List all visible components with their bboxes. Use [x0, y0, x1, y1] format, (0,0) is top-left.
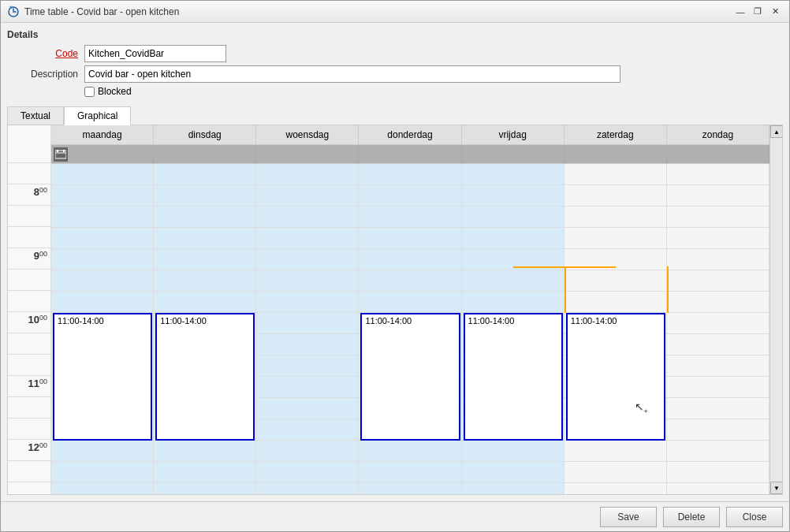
grid-cell-r10-c6[interactable] — [667, 377, 770, 397]
grid-cell-r0-c0[interactable] — [51, 164, 154, 184]
grid-cell-r15-c6[interactable] — [667, 483, 770, 494]
grid-cell-r0-c1[interactable] — [154, 164, 256, 184]
grid-cell-r1-c1[interactable] — [154, 185, 256, 206]
scrollbar-track[interactable] — [770, 138, 782, 482]
save-button[interactable]: Save — [600, 507, 657, 527]
grid-cell-r9-c2[interactable] — [256, 355, 359, 376]
close-button[interactable]: Close — [726, 507, 783, 527]
grid-cell-r1-c6[interactable] — [667, 185, 770, 206]
grid-cell-r13-c3[interactable] — [359, 441, 461, 461]
grid-cell-r14-c0[interactable] — [51, 462, 154, 482]
grid-cell-r13-c4[interactable] — [462, 441, 565, 461]
grid-cell-r15-c4[interactable] — [462, 483, 565, 494]
grid-cell-r0-c4[interactable] — [462, 164, 565, 184]
grid-cell-r4-c3[interactable] — [359, 249, 461, 270]
grid-cell-r5-c5[interactable] — [565, 270, 667, 291]
tab-graphical[interactable]: Graphical — [64, 106, 131, 125]
grid-cell-r14-c1[interactable] — [154, 462, 256, 482]
grid-cell-r3-c0[interactable] — [51, 228, 154, 248]
grid-cell-r3-c2[interactable] — [256, 228, 359, 248]
grid-cell-r13-c6[interactable] — [667, 441, 770, 461]
event-zaterdag[interactable]: 11:00-14:00 ↖+ — [566, 313, 665, 441]
scroll-down-button[interactable]: ▼ — [770, 482, 782, 494]
grid-cell-r0-c2[interactable] — [256, 164, 359, 184]
grid-cell-r14-c4[interactable] — [462, 462, 565, 482]
grid-cell-r1-c2[interactable] — [256, 185, 359, 206]
grid-cell-r1-c3[interactable] — [359, 185, 461, 206]
grid-cell-r12-c6[interactable] — [667, 419, 770, 440]
grid-cell-r1-c0[interactable] — [51, 185, 154, 206]
grid-cell-r5-c4[interactable] — [462, 270, 565, 291]
grid-cell-r4-c0[interactable] — [51, 249, 154, 270]
event-donderdag[interactable]: 11:00-14:00 — [360, 313, 460, 441]
event-dinsdag[interactable]: 11:00-14:00 — [155, 313, 255, 441]
event-vrijdag[interactable]: 11:00-14:00 — [464, 313, 563, 441]
grid-cell-r1-c5[interactable] — [565, 185, 667, 206]
grid-cell-r7-c2[interactable] — [256, 313, 359, 333]
grid-cell-r15-c3[interactable] — [359, 483, 461, 494]
restore-button[interactable]: ❐ — [750, 5, 766, 19]
grid-cell-r4-c6[interactable] — [667, 249, 770, 270]
grid-cell-r13-c0[interactable] — [51, 441, 154, 461]
code-input[interactable] — [84, 45, 226, 62]
grid-cell-r13-c5[interactable] — [565, 441, 667, 461]
grid-cell-r2-c3[interactable] — [359, 206, 461, 227]
grid-cell-r4-c1[interactable] — [154, 249, 256, 270]
grid-cell-r2-c0[interactable] — [51, 206, 154, 227]
grid-cell-r14-c2[interactable] — [256, 462, 359, 482]
grid-cell-r15-c5[interactable] — [565, 483, 667, 494]
grid-cell-r14-c6[interactable] — [667, 462, 770, 482]
grid-cell-r14-c3[interactable] — [359, 462, 461, 482]
grid-cell-r15-c2[interactable] — [256, 483, 359, 494]
grid-cell-r3-c5[interactable] — [565, 228, 667, 248]
grid-cell-r5-c6[interactable] — [667, 270, 770, 291]
grid-cell-r6-c4[interactable] — [462, 292, 565, 312]
grid-cell-r8-c2[interactable] — [256, 334, 359, 355]
grid-cell-r0-c5[interactable] — [565, 164, 667, 184]
close-window-button[interactable]: ✕ — [767, 5, 783, 19]
grid-cell-r10-c2[interactable] — [256, 377, 359, 397]
grid-cell-r3-c1[interactable] — [154, 228, 256, 248]
grid-cell-r2-c1[interactable] — [154, 206, 256, 227]
grid-cell-r2-c5[interactable] — [565, 206, 667, 227]
description-input[interactable] — [84, 65, 620, 83]
grid-cell-r6-c6[interactable] — [667, 292, 770, 312]
grid-cell-r5-c3[interactable] — [359, 270, 461, 291]
grid-cell-r7-c6[interactable] — [667, 313, 770, 333]
grid-cell-r6-c0[interactable] — [51, 292, 154, 312]
grid-cell-r8-c6[interactable] — [667, 334, 770, 355]
grid-cell-r6-c3[interactable] — [359, 292, 461, 312]
delete-button[interactable]: Delete — [663, 507, 720, 527]
grid-cell-r6-c1[interactable] — [154, 292, 256, 312]
grid-cell-r2-c2[interactable] — [256, 206, 359, 227]
grid-cell-r15-c0[interactable] — [51, 483, 154, 494]
grid-cell-r5-c0[interactable] — [51, 270, 154, 291]
grid-cell-r15-c1[interactable] — [154, 483, 256, 494]
grid-cell-r14-c5[interactable] — [565, 462, 667, 482]
tab-textual[interactable]: Textual — [7, 106, 64, 125]
scroll-up-button[interactable]: ▲ — [770, 125, 782, 138]
grid-cell-r12-c2[interactable] — [256, 419, 359, 440]
grid-cell-r0-c6[interactable] — [667, 164, 770, 184]
grid-cell-r13-c1[interactable] — [154, 441, 256, 461]
grid-cell-r5-c2[interactable] — [256, 270, 359, 291]
event-maandag[interactable]: 11:00-14:00 — [53, 313, 152, 441]
grid-cell-r3-c4[interactable] — [462, 228, 565, 248]
grid-body[interactable]: 11:00-14:00 11:00-14:00 11:00-14:00 — [51, 164, 770, 494]
grid-cell-r3-c6[interactable] — [667, 228, 770, 248]
grid-cell-r4-c2[interactable] — [256, 249, 359, 270]
grid-cell-r6-c5[interactable] — [565, 292, 667, 312]
grid-cell-r5-c1[interactable] — [154, 270, 256, 291]
grid-cell-r2-c6[interactable] — [667, 206, 770, 227]
grid-cell-r1-c4[interactable] — [462, 185, 565, 206]
grid-cell-r9-c6[interactable] — [667, 355, 770, 376]
grid-cell-r13-c2[interactable] — [256, 441, 359, 461]
grid-cell-r6-c2[interactable] — [256, 292, 359, 312]
grid-cell-r3-c3[interactable] — [359, 228, 461, 248]
grid-cell-r2-c4[interactable] — [462, 206, 565, 227]
blocked-checkbox[interactable] — [84, 87, 95, 97]
grid-cell-r0-c3[interactable] — [359, 164, 461, 184]
grid-cell-r11-c2[interactable] — [256, 398, 359, 419]
code-label[interactable]: Code — [7, 48, 78, 59]
minimize-button[interactable]: — — [732, 5, 748, 19]
